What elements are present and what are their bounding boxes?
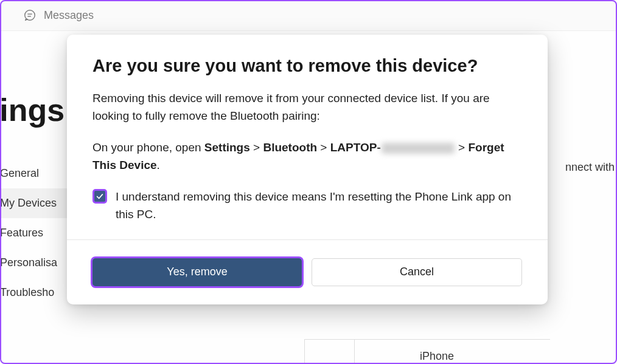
redacted-device-name [382, 143, 455, 154]
cancel-button[interactable]: Cancel [312, 258, 522, 286]
yes-remove-button[interactable]: Yes, remove [92, 258, 302, 286]
dialog-title: Are you sure you want to remove this dev… [92, 56, 522, 76]
sidebar-item-features[interactable]: Features [0, 218, 74, 248]
confirm-checkbox-label: I understand removing this device means … [116, 188, 522, 224]
remove-device-dialog: Are you sure you want to remove this dev… [67, 35, 548, 304]
sidebar-item-my-devices[interactable]: My Devices [0, 188, 74, 218]
sidebar-item-personalisation[interactable]: Personalisa [0, 248, 74, 278]
dialog-description: Removing this device will remove it from… [92, 89, 522, 125]
confirm-checkbox[interactable] [92, 189, 107, 204]
sidebar-item-troubleshoot[interactable]: Troublesho [0, 278, 74, 307]
dialog-footer: Yes, remove Cancel [67, 239, 548, 304]
background-right-text: nnect with t [565, 161, 617, 174]
sidebar: General My Devices Features Personalisa … [0, 159, 74, 307]
confirm-checkbox-row: I understand removing this device means … [92, 188, 522, 224]
check-icon [96, 192, 104, 201]
topbar-title[interactable]: Messages [44, 9, 94, 22]
sidebar-item-general[interactable]: General [0, 159, 74, 188]
app-topbar: Messages [0, 0, 617, 30]
dialog-instruction: On your phone, open Settings > Bluetooth… [92, 139, 522, 174]
messages-icon [23, 9, 37, 22]
device-name-label: iPhone [420, 350, 454, 363]
page-title: tings [0, 92, 64, 128]
